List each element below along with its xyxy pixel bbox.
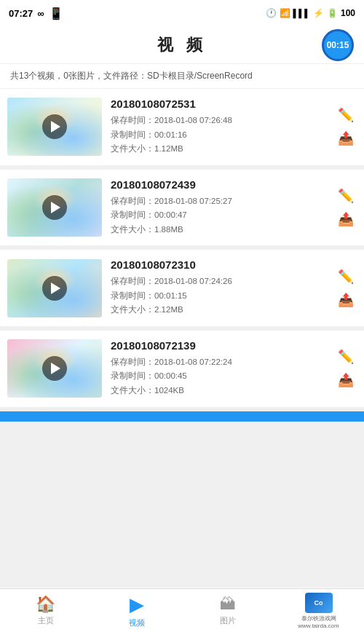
play-button[interactable] <box>42 356 67 381</box>
video-name: 20180108072310 <box>111 258 329 271</box>
edit-icon[interactable]: ✏️ <box>338 269 354 285</box>
time-display: 07:27 <box>9 8 33 19</box>
battery-level: 100 <box>341 8 355 18</box>
infinity-icon: ∞ <box>37 8 44 19</box>
save-time: 保存时间：2018-01-08 07:26:48 <box>111 114 329 128</box>
video-item[interactable]: 20180108072310 保存时间：2018-01-08 07:24:26 … <box>0 250 364 326</box>
status-left: 07:27 ∞ 📱 <box>9 7 63 20</box>
video-name: 20180108072531 <box>111 98 329 110</box>
video-item[interactable]: 20180108072439 保存时间：2018-01-08 07:25:27 … <box>0 170 364 246</box>
video-item[interactable]: 20180108072139 保存时间：2018-01-08 07:22:24 … <box>0 331 364 407</box>
video-thumbnail[interactable] <box>7 98 102 156</box>
clock-icon: 🕐 <box>266 8 277 18</box>
save-time: 保存时间：2018-01-08 07:24:26 <box>111 274 329 289</box>
logo-text: Co <box>314 599 323 607</box>
nav-home-label: 主页 <box>38 615 54 626</box>
edit-icon[interactable]: ✏️ <box>338 188 354 204</box>
nav-home[interactable]: 🏠 主页 <box>0 589 91 632</box>
share-icon[interactable]: 📤 <box>338 372 354 388</box>
edit-icon[interactable]: ✏️ <box>338 349 354 365</box>
play-button-overlay <box>7 339 102 398</box>
play-button[interactable] <box>42 114 67 139</box>
file-size: 文件大小：1024KB <box>111 384 329 398</box>
play-button[interactable] <box>42 195 67 220</box>
record-time: 录制时间：00:00:45 <box>111 369 329 384</box>
video-name: 20180108072139 <box>111 339 329 352</box>
bolt-icon: ⚡ <box>313 8 324 18</box>
home-icon: 🏠 <box>36 595 55 614</box>
battery-icon: 🔋 <box>327 8 338 18</box>
video-item[interactable]: 20180108072531 保存时间：2018-01-08 07:26:48 … <box>0 89 364 165</box>
video-thumbnail[interactable] <box>7 339 102 398</box>
video-thumbnail[interactable] <box>7 259 102 317</box>
status-right: 🕐 📶 ▌▌▌ ⚡ 🔋 100 <box>266 8 355 18</box>
logo-box: Co <box>305 593 333 613</box>
timer-badge[interactable]: 00:15 <box>322 29 354 61</box>
sim-icon: 📱 <box>49 7 63 20</box>
video-actions: ✏️ 📤 <box>338 107 357 146</box>
video-info: 20180108072531 保存时间：2018-01-08 07:26:48 … <box>111 98 329 157</box>
video-meta: 保存时间：2018-01-08 07:25:27 录制时间：00:00:47 文… <box>111 194 329 237</box>
info-text: 共13个视频，0张图片，文件路径：SD卡根目录/ScreenRecord <box>10 71 253 81</box>
video-icon: ▶ <box>130 593 144 616</box>
wifi-icon: 📶 <box>280 8 290 18</box>
video-info: 20180108072439 保存时间：2018-01-08 07:25:27 … <box>111 178 329 237</box>
video-thumbnail[interactable] <box>7 178 102 237</box>
video-meta: 保存时间：2018-01-08 07:26:48 录制时间：00:01:16 文… <box>111 114 329 157</box>
record-time: 录制时间：00:00:47 <box>111 208 329 223</box>
nav-logo-label: 泰尔铁游戏网www.tairda.com <box>298 615 339 629</box>
video-actions: ✏️ 📤 <box>338 269 357 308</box>
share-icon[interactable]: 📤 <box>338 211 354 227</box>
play-button-overlay <box>7 98 102 156</box>
nav-photo-label: 图片 <box>220 615 236 626</box>
nav-photo[interactable]: 🏔 图片 <box>182 589 273 632</box>
file-size: 文件大小：1.88MB <box>111 223 329 237</box>
share-icon[interactable]: 📤 <box>338 292 354 308</box>
nav-video[interactable]: ▶ 视频 <box>91 589 182 632</box>
video-actions: ✏️ 📤 <box>338 349 357 388</box>
record-time: 录制时间：00:01:15 <box>111 289 329 304</box>
video-actions: ✏️ 📤 <box>338 188 357 227</box>
record-time: 录制时间：00:01:16 <box>111 128 329 143</box>
video-info: 20180108072139 保存时间：2018-01-08 07:22:24 … <box>111 339 329 398</box>
share-icon[interactable]: 📤 <box>338 130 354 146</box>
edit-icon[interactable]: ✏️ <box>338 107 354 123</box>
play-button-overlay <box>7 178 102 237</box>
nav-logo[interactable]: Co 泰尔铁游戏网www.tairda.com <box>273 589 364 632</box>
play-button[interactable] <box>42 276 67 301</box>
photo-icon: 🏔 <box>220 595 236 614</box>
status-bar: 07:27 ∞ 📱 🕐 📶 ▌▌▌ ⚡ 🔋 100 <box>0 0 364 26</box>
play-button-overlay <box>7 259 102 317</box>
video-meta: 保存时间：2018-01-08 07:22:24 录制时间：00:00:45 文… <box>111 355 329 398</box>
save-time: 保存时间：2018-01-08 07:25:27 <box>111 194 329 209</box>
signal-icon: ▌▌▌ <box>293 9 310 17</box>
save-time: 保存时间：2018-01-08 07:22:24 <box>111 355 329 370</box>
page-header: 视 频 00:15 <box>0 26 364 64</box>
partial-item <box>0 411 364 422</box>
nav-video-label: 视频 <box>129 617 145 628</box>
file-size: 文件大小：1.12MB <box>111 142 329 157</box>
video-name: 20180108072439 <box>111 178 329 191</box>
bottom-nav: 🏠 主页 ▶ 视频 🏔 图片 Co 泰尔铁游戏网www.tairda.com <box>0 588 364 632</box>
page-title: 视 频 <box>157 34 207 56</box>
video-info: 20180108072310 保存时间：2018-01-08 07:24:26 … <box>111 258 329 317</box>
video-list: 20180108072531 保存时间：2018-01-08 07:26:48 … <box>0 89 364 587</box>
info-bar: 共13个视频，0张图片，文件路径：SD卡根目录/ScreenRecord <box>0 64 364 89</box>
file-size: 文件大小：2.12MB <box>111 303 329 317</box>
video-meta: 保存时间：2018-01-08 07:24:26 录制时间：00:01:15 文… <box>111 274 329 317</box>
